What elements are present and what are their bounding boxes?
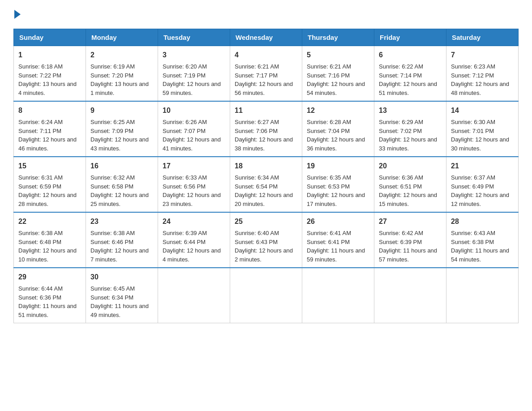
sunrise-text: Sunrise: 6:21 AM: [235, 63, 279, 70]
table-row: 15Sunrise: 6:31 AMSunset: 6:59 PMDayligh…: [14, 157, 86, 212]
sunset-text: Sunset: 7:16 PM: [307, 72, 350, 79]
table-row: [158, 268, 230, 323]
table-row: 7Sunrise: 6:23 AMSunset: 7:12 PMDaylight…: [446, 46, 519, 102]
day-number: 15: [18, 161, 81, 171]
day-number: 21: [451, 161, 514, 171]
sunrise-text: Sunrise: 6:36 AM: [379, 174, 423, 181]
daylight-text: Daylight: 12 hours and 51 minutes.: [379, 81, 437, 96]
sunrise-text: Sunrise: 6:24 AM: [18, 119, 63, 125]
table-row: 21Sunrise: 6:37 AMSunset: 6:49 PMDayligh…: [446, 157, 519, 212]
day-number: 6: [379, 50, 442, 60]
sunrise-text: Sunrise: 6:25 AM: [90, 119, 135, 125]
day-number: 22: [18, 216, 81, 227]
day-number: 27: [379, 216, 442, 227]
daylight-text: Daylight: 12 hours and 17 minutes.: [307, 192, 365, 207]
table-row: 24Sunrise: 6:39 AMSunset: 6:44 PMDayligh…: [158, 212, 230, 268]
sunrise-text: Sunrise: 6:23 AM: [451, 63, 495, 70]
day-number: 26: [307, 216, 369, 227]
daylight-text: Daylight: 12 hours and 48 minutes.: [451, 81, 509, 96]
sunset-text: Sunset: 7:01 PM: [451, 128, 494, 134]
sunset-text: Sunset: 7:22 PM: [18, 72, 61, 79]
table-row: 20Sunrise: 6:36 AMSunset: 6:51 PMDayligh…: [374, 157, 446, 212]
daylight-text: Daylight: 12 hours and 38 minutes.: [235, 136, 293, 152]
day-number: 4: [235, 50, 297, 60]
day-number: 8: [18, 105, 81, 116]
day-number: 3: [163, 50, 225, 60]
sunset-text: Sunset: 6:51 PM: [379, 183, 422, 190]
table-row: 10Sunrise: 6:26 AMSunset: 7:07 PMDayligh…: [158, 101, 230, 157]
sunrise-text: Sunrise: 6:22 AM: [379, 63, 423, 70]
sunset-text: Sunset: 7:20 PM: [90, 72, 133, 79]
sunset-text: Sunset: 6:54 PM: [235, 183, 278, 190]
daylight-text: Daylight: 11 hours and 57 minutes.: [379, 247, 437, 263]
daylight-text: Daylight: 11 hours and 59 minutes.: [307, 247, 365, 263]
sunset-text: Sunset: 6:56 PM: [163, 183, 206, 190]
header-sunday: Sunday: [14, 29, 86, 46]
sunset-text: Sunset: 7:07 PM: [163, 128, 206, 134]
sunrise-text: Sunrise: 6:42 AM: [379, 230, 423, 236]
sunrise-text: Sunrise: 6:30 AM: [451, 119, 495, 125]
day-number: 29: [18, 272, 81, 283]
day-number: 10: [163, 105, 225, 116]
day-number: 17: [163, 161, 225, 171]
day-number: 9: [90, 105, 153, 116]
day-number: 12: [307, 105, 369, 116]
sunrise-text: Sunrise: 6:20 AM: [163, 63, 207, 70]
sunset-text: Sunset: 7:11 PM: [18, 128, 61, 134]
sunset-text: Sunset: 7:19 PM: [163, 72, 206, 79]
day-number: 7: [451, 50, 514, 60]
calendar-week-row: 1Sunrise: 6:18 AMSunset: 7:22 PMDaylight…: [14, 46, 519, 102]
table-row: 1Sunrise: 6:18 AMSunset: 7:22 PMDaylight…: [14, 46, 86, 102]
table-row: 29Sunrise: 6:44 AMSunset: 6:36 PMDayligh…: [14, 268, 86, 323]
table-row: 17Sunrise: 6:33 AMSunset: 6:56 PMDayligh…: [158, 157, 230, 212]
sunset-text: Sunset: 6:38 PM: [451, 239, 494, 245]
sunset-text: Sunset: 6:58 PM: [90, 183, 133, 190]
sunset-text: Sunset: 7:02 PM: [379, 128, 422, 134]
sunset-text: Sunset: 6:44 PM: [163, 239, 206, 245]
day-number: 14: [451, 105, 514, 116]
sunset-text: Sunset: 6:43 PM: [235, 239, 278, 245]
table-row: [302, 268, 374, 323]
table-row: 13Sunrise: 6:29 AMSunset: 7:02 PMDayligh…: [374, 101, 446, 157]
daylight-text: Daylight: 12 hours and 10 minutes.: [18, 247, 77, 263]
sunrise-text: Sunrise: 6:45 AM: [90, 285, 135, 292]
daylight-text: Daylight: 11 hours and 54 minutes.: [451, 247, 509, 263]
header-thursday: Thursday: [302, 29, 374, 46]
sunrise-text: Sunrise: 6:39 AM: [163, 230, 207, 236]
sunrise-text: Sunrise: 6:27 AM: [235, 119, 279, 125]
calendar-week-row: 29Sunrise: 6:44 AMSunset: 6:36 PMDayligh…: [14, 268, 519, 323]
table-row: 19Sunrise: 6:35 AMSunset: 6:53 PMDayligh…: [302, 157, 374, 212]
table-row: [446, 268, 519, 323]
day-number: 30: [90, 272, 153, 283]
day-number: 1: [18, 50, 81, 60]
header-saturday: Saturday: [446, 29, 519, 46]
sunrise-text: Sunrise: 6:40 AM: [235, 230, 279, 236]
sunrise-text: Sunrise: 6:38 AM: [18, 230, 63, 236]
logo-arrow-icon: [14, 10, 21, 19]
sunrise-text: Sunrise: 6:37 AM: [451, 174, 495, 181]
daylight-text: Daylight: 12 hours and 56 minutes.: [235, 81, 293, 96]
daylight-text: Daylight: 12 hours and 36 minutes.: [307, 136, 365, 152]
sunrise-text: Sunrise: 6:19 AM: [90, 63, 135, 70]
day-number: 25: [235, 216, 297, 227]
day-number: 23: [90, 216, 153, 227]
table-row: 26Sunrise: 6:41 AMSunset: 6:41 PMDayligh…: [302, 212, 374, 268]
sunrise-text: Sunrise: 6:44 AM: [18, 285, 63, 292]
day-number: 28: [451, 216, 514, 227]
sunset-text: Sunset: 6:49 PM: [451, 183, 494, 190]
daylight-text: Daylight: 12 hours and 33 minutes.: [379, 136, 437, 152]
sunrise-text: Sunrise: 6:34 AM: [235, 174, 279, 181]
daylight-text: Daylight: 12 hours and 59 minutes.: [163, 81, 221, 96]
table-row: 14Sunrise: 6:30 AMSunset: 7:01 PMDayligh…: [446, 101, 519, 157]
sunset-text: Sunset: 6:46 PM: [90, 239, 133, 245]
daylight-text: Daylight: 13 hours and 1 minute.: [90, 81, 149, 96]
table-row: 25Sunrise: 6:40 AMSunset: 6:43 PMDayligh…: [230, 212, 302, 268]
day-number: 11: [235, 105, 297, 116]
sunrise-text: Sunrise: 6:26 AM: [163, 119, 207, 125]
sunset-text: Sunset: 7:04 PM: [307, 128, 350, 134]
header-tuesday: Tuesday: [158, 29, 230, 46]
table-row: 9Sunrise: 6:25 AMSunset: 7:09 PMDaylight…: [86, 101, 158, 157]
table-row: 23Sunrise: 6:38 AMSunset: 6:46 PMDayligh…: [86, 212, 158, 268]
sunrise-text: Sunrise: 6:31 AM: [18, 174, 63, 181]
sunset-text: Sunset: 6:53 PM: [307, 183, 350, 190]
